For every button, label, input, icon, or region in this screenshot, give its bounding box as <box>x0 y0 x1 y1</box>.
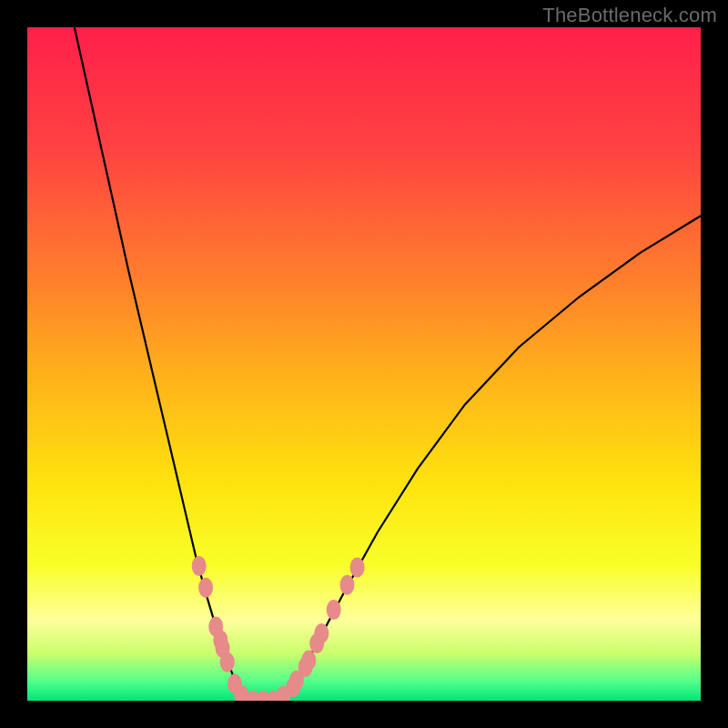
marker-dot <box>301 651 316 671</box>
watermark-text: TheBottleneck.com <box>542 4 717 27</box>
marker-dot <box>327 600 341 620</box>
marker-dot <box>192 556 207 576</box>
chart-frame: TheBottleneck.com <box>0 0 728 728</box>
scatter-points <box>192 556 365 701</box>
marker-dot <box>220 652 235 672</box>
marker-dot <box>350 557 365 577</box>
plot-area <box>27 27 701 701</box>
marker-dot <box>198 578 213 598</box>
marker-dot <box>340 575 355 595</box>
marker-dot <box>314 623 329 643</box>
dots-layer <box>27 27 701 701</box>
